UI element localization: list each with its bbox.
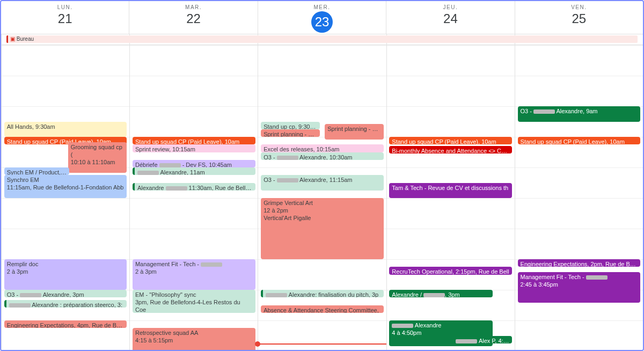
event-sub: 4:15 à 5:15pm [135, 337, 173, 343]
day-header-2[interactable]: MER.23 [258, 1, 386, 34]
event-title: Grimpe Vertical Art [264, 200, 313, 206]
day-column-0[interactable]: All Hands, 9:30amStand up squad CP (Paid… [1, 45, 129, 351]
event[interactable]: Stand up cp, 9:30am [261, 122, 320, 129]
event-time: 10:15am [317, 146, 340, 152]
event-title: All Hands [7, 123, 32, 130]
event[interactable]: EM - "Philosophy" sync3pm, Rue de Bellef… [133, 290, 255, 313]
event[interactable]: Stand up squad CP (Paid Leave), 10am [389, 137, 512, 144]
event-title: RecruTech Operational [392, 268, 452, 274]
event[interactable]: Management Fit - Tech - 2:45 à 3:45pm [518, 272, 641, 303]
event-title: O3 - Alexandre [264, 154, 326, 160]
dow-label: VEN. [515, 4, 643, 10]
event[interactable]: Retrospective squad AA4:15 à 5:15pm [133, 328, 255, 351]
event[interactable]: Engineering Expectations, 4pm, Rue de Be… [4, 320, 127, 328]
event-title: Alexandre [137, 169, 187, 175]
day-number[interactable]: 22 [129, 11, 257, 26]
allday-event-bureau[interactable]: ▣ Bureau [6, 35, 638, 43]
event[interactable]: Sprint planning - squ [325, 124, 384, 140]
day-number[interactable]: 21 [1, 11, 129, 26]
day-column-1[interactable]: Stand up squad CP (Paid Leave), 10amSpri… [129, 45, 258, 351]
day-header-3[interactable]: JEU.24 [386, 1, 514, 34]
event-title: Grooming squad cp ( [71, 144, 122, 158]
event-time: 2pm, Rue de Belle [590, 261, 639, 267]
day-header-4[interactable]: VEN.25 [515, 1, 643, 34]
event[interactable]: Alexandre, 11am [133, 167, 255, 175]
day-number[interactable]: 23 [311, 11, 333, 33]
event[interactable]: O3 - Alexandre, 3pm [4, 290, 127, 297]
event-time: 3pm [448, 291, 459, 297]
event-title: Alexandre: finalisation du pitch [266, 291, 369, 297]
event[interactable]: Synch EM / Product, 1… [4, 167, 70, 175]
event-title: Synchro EM [7, 177, 39, 183]
day-number[interactable]: 25 [515, 11, 643, 26]
event[interactable]: Management Fit - Tech - 2 à 3pm [133, 259, 255, 290]
event-title: Alex P [456, 338, 495, 343]
event[interactable]: Remplir doc2 à 3pm [4, 259, 127, 290]
event-title: O3 - Alexandre [7, 291, 69, 297]
event[interactable]: O3 - Alexandre, 9am [518, 106, 641, 122]
event-sub: 2 à 3pm [7, 268, 28, 275]
event[interactable]: Alexandre / , 3pm [389, 290, 493, 297]
event[interactable]: Débriefe - Dev FS, 10:45am [133, 160, 255, 167]
day-number[interactable]: 24 [386, 11, 514, 26]
event-sub: 2 à 3pm [135, 268, 157, 275]
event[interactable]: RecruTech Operational, 2:15pm, Rue de Be… [389, 267, 512, 274]
event-time: 4pm, Rue de Belle [77, 322, 126, 328]
event-title: O3 - Alexandre [264, 177, 326, 183]
event[interactable]: Synchro EM11:15am, Rue de Bellefond-1-Fo… [4, 175, 127, 198]
event-title: Alexandre 11:30am, Rue de Bellefo [137, 185, 254, 191]
dow-label: JEU. [386, 4, 514, 10]
event-title: Engineering Expectations [7, 322, 74, 328]
event-title: Alexandre [392, 322, 441, 328]
now-indicator [258, 343, 386, 345]
event[interactable]: O3 - Alexandre, 11:15am [261, 175, 384, 191]
event-title: Alexandre : préparation steerco, 3: [9, 302, 122, 308]
event-title: O3 - Alexandre [521, 108, 583, 114]
event[interactable]: Stand up squad CP (Paid Leave), 10am [133, 137, 255, 144]
event[interactable]: All Hands, 9:30am [4, 122, 127, 137]
event[interactable]: Absence & Attendance Steering Committee, [261, 305, 384, 313]
event[interactable]: O3 - Alexandre, 10:30am [261, 152, 384, 160]
event[interactable]: Sprint planning - admin [261, 129, 320, 137]
event-title: Absence & Attendance Steering Committee, [264, 307, 379, 313]
event[interactable]: Alex P, 4:30pm [453, 336, 512, 343]
event[interactable]: Engineering Expectations, 2pm, Rue de Be… [518, 259, 641, 267]
event[interactable]: Grooming squad cp (10:10 à 11:10am [68, 142, 127, 173]
event-title: Excel des releases [264, 146, 313, 152]
event-sub: 2:45 à 3:45pm [521, 281, 558, 288]
day-header-0[interactable]: LUN.21 [1, 1, 129, 34]
allday-label: Bureau [17, 36, 34, 42]
event-title: Engineering Expectations [521, 261, 588, 267]
day-column-3[interactable]: Stand up squad CP (Paid Leave), 10amBi-m… [386, 45, 515, 351]
event[interactable]: Alexandre: finalisation du pitch, 3p [261, 290, 384, 297]
event-title: Retrospective squad AA [135, 330, 198, 336]
event-time: 11:15am [330, 177, 353, 183]
event-time: 10am [225, 138, 240, 144]
event-title: Management Fit - Tech - [135, 261, 222, 267]
day-header-1[interactable]: MAR.22 [129, 1, 257, 34]
event[interactable]: Alexandre 11:30am, Rue de Bellefo [133, 183, 255, 191]
event-title: Sprint planning - admin [264, 131, 320, 137]
event-title: EM - "Philosophy" sync [135, 291, 196, 298]
event-time: 2:15pm, Rue de Bell [456, 268, 509, 274]
event-time: 4:30pm [498, 338, 512, 343]
event[interactable]: Stand up squad CP (Paid Leave), 10am [518, 137, 641, 144]
event-title: Remplir doc [7, 261, 39, 267]
event-sub: 11:15am, Rue de Bellefond-1-Fondation Ab… [7, 184, 124, 191]
event-title: Stand up cp [264, 123, 295, 129]
event[interactable]: Sprint review, 10:15am [133, 144, 255, 152]
day-column-2[interactable]: Stand up cp, 9:30amSprint planning - adm… [258, 45, 386, 351]
event-time: 9:30am [298, 123, 318, 129]
event[interactable]: Alexandre : préparation steerco, 3: [4, 300, 127, 308]
event-sub: 10:10 à 11:10am [71, 159, 115, 165]
event-title: Alexandre / [392, 291, 445, 297]
event[interactable]: Excel des releases, 10:15am [261, 144, 384, 152]
event[interactable]: Grimpe Vertical Art12 à 2pmVertical'Art … [261, 198, 384, 259]
event-title: Tam & Tech - Revue de CV et discussions … [392, 185, 508, 191]
event-time: 9am [586, 108, 597, 114]
event[interactable]: Tam & Tech - Revue de CV et discussions … [389, 183, 512, 199]
day-column-4[interactable]: O3 - Alexandre, 9amStand up squad CP (Pa… [515, 45, 643, 351]
dow-label: MAR. [129, 4, 257, 10]
event[interactable]: Bi-monthly Absence and Attendance <> CSM [389, 146, 512, 153]
event-time: 10am [481, 138, 496, 144]
